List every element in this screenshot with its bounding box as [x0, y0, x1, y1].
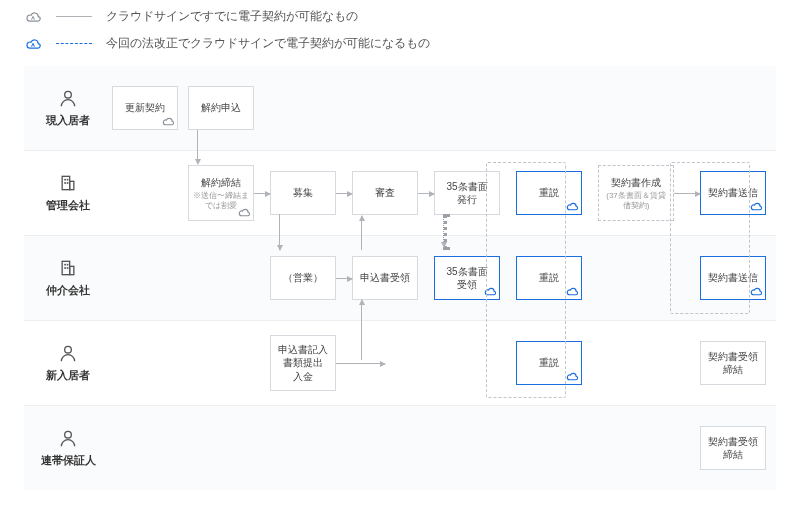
- node-cancel-apply: 解約申込: [188, 86, 254, 130]
- svg-rect-8: [70, 266, 74, 274]
- role-management-company: 管理会社: [24, 173, 112, 213]
- node-contract-recv-guarantor: 契約書受領 締結: [700, 426, 766, 470]
- legend-row-gray: クラウドサインですでに電子契約が可能なもの: [24, 8, 776, 25]
- node-recruit: 募集: [270, 171, 336, 215]
- row-management-company: 管理会社 解約締結 ※送信〜締結までは割愛 募集 審査 35条書面 発行 重説: [24, 150, 776, 235]
- cloud-sign-icon-gray: [237, 207, 251, 218]
- node-juusetsu-new: 重説: [516, 341, 582, 385]
- svg-point-14: [65, 431, 72, 438]
- person-icon: [58, 343, 78, 363]
- flow-diagram: 現入居者 更新契約 解約申込 管理会社 解約締結 ※送信〜締結までは割愛: [0, 66, 800, 498]
- svg-rect-10: [67, 264, 69, 266]
- role-management-label: 管理会社: [46, 199, 90, 213]
- legend-row-blue: 今回の法改正でクラウドサインで電子契約が可能になるもの: [24, 35, 776, 52]
- cloud-sign-icon-blue: [483, 286, 497, 297]
- cloud-sign-icon-blue: [565, 286, 579, 297]
- node-renewal-contract: 更新契約: [112, 86, 178, 130]
- node-contract-create: 契約書作成 (37条書面＆賃貸借契約): [598, 165, 674, 221]
- person-icon: [58, 88, 78, 108]
- cloud-sign-icon-blue: [749, 201, 763, 212]
- role-brokerage: 仲介会社: [24, 258, 112, 298]
- arrow: [336, 363, 385, 364]
- node-art35-issue: 35条書面 発行: [434, 171, 500, 215]
- legend-gray-label: クラウドサインですでに電子契約が可能なもの: [106, 8, 358, 25]
- svg-rect-9: [64, 264, 66, 266]
- node-contract-send-mgmt: 契約書送信: [700, 171, 766, 215]
- cloud-sign-icon-blue: [24, 37, 42, 51]
- cloud-sign-icon-blue: [749, 286, 763, 297]
- role-new-resident: 新入居者: [24, 343, 112, 383]
- svg-rect-11: [64, 267, 66, 269]
- node-review: 審査: [352, 171, 418, 215]
- svg-rect-2: [70, 181, 74, 189]
- role-guarantor-label: 連帯保証人: [41, 454, 96, 468]
- node-art35-receive: 35条書面 受領: [434, 256, 500, 300]
- building-icon: [58, 173, 78, 193]
- cloud-sign-icon-blue: [565, 371, 579, 382]
- legend-line-gray: [56, 16, 92, 17]
- row-brokerage-company: 仲介会社 （営業） 申込書受領 35条書面 受領 重説 契約書送信: [24, 235, 776, 320]
- svg-rect-6: [67, 182, 69, 184]
- node-cancel-conclude: 解約締結 ※送信〜締結までは割愛: [188, 165, 254, 221]
- svg-point-13: [65, 346, 72, 353]
- arrow: [418, 193, 434, 194]
- node-juusetsu-broker: 重説: [516, 256, 582, 300]
- svg-rect-5: [64, 182, 66, 184]
- building-icon: [58, 258, 78, 278]
- cloud-sign-icon-gray: [161, 116, 175, 127]
- legend-line-blue: [56, 43, 92, 44]
- node-juusetsu-mgmt: 重説: [516, 171, 582, 215]
- row-new-resident: 新入居者 申込書記入 書類提出 入金 重説 契約書受領 締結: [24, 320, 776, 405]
- cloud-sign-icon-gray: [24, 10, 42, 24]
- arrow: [336, 193, 352, 194]
- arrow: [254, 193, 270, 194]
- person-icon: [58, 428, 78, 448]
- node-sales: （営業）: [270, 256, 336, 300]
- role-current-resident-label: 現入居者: [46, 114, 90, 128]
- legend: クラウドサインですでに電子契約が可能なもの 今回の法改正でクラウドサインで電子契…: [0, 0, 800, 66]
- legend-blue-label: 今回の法改正でクラウドサインで電子契約が可能になるもの: [106, 35, 430, 52]
- node-app-receipt: 申込書受領: [352, 256, 418, 300]
- svg-point-0: [65, 91, 72, 98]
- role-current-resident: 現入居者: [24, 88, 112, 128]
- node-app-entry: 申込書記入 書類提出 入金: [270, 335, 336, 391]
- arrow: [336, 278, 352, 279]
- node-contract-recv-new: 契約書受領 締結: [700, 341, 766, 385]
- cloud-sign-icon-blue: [565, 201, 579, 212]
- node-contract-send-broker: 契約書送信: [700, 256, 766, 300]
- role-brokerage-label: 仲介会社: [46, 284, 90, 298]
- arrow: [674, 193, 700, 194]
- svg-rect-3: [64, 179, 66, 181]
- role-new-resident-label: 新入居者: [46, 369, 90, 383]
- svg-rect-12: [67, 267, 69, 269]
- svg-rect-4: [67, 179, 69, 181]
- row-guarantor: 連帯保証人 契約書受領 締結: [24, 405, 776, 490]
- role-guarantor: 連帯保証人: [24, 428, 112, 468]
- row-current-resident: 現入居者 更新契約 解約申込: [24, 66, 776, 150]
